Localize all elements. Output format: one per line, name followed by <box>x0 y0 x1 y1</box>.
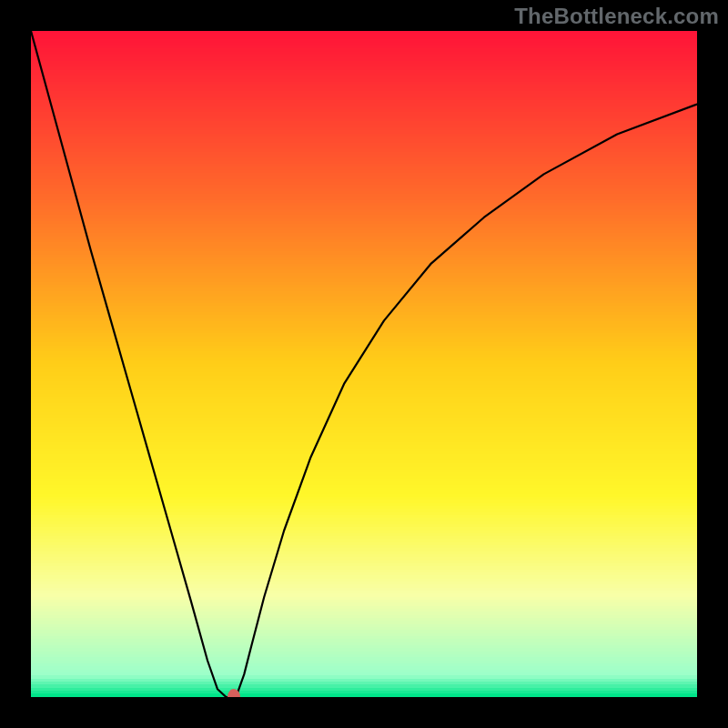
bottleneck-curve <box>31 31 697 697</box>
watermark-text: TheBottleneck.com <box>514 4 719 29</box>
plot-area <box>31 31 697 697</box>
chart-frame: TheBottleneck.com <box>0 0 728 728</box>
